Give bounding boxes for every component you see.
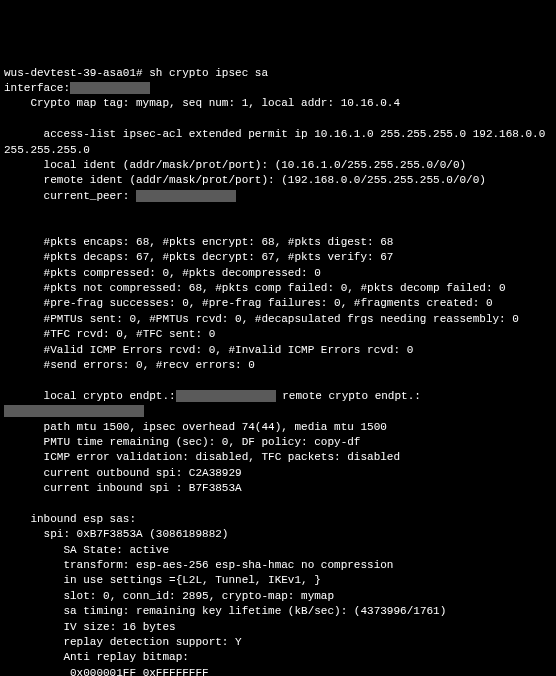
in-transform: transform: esp-aes-256 esp-sha-hmac no c… [4, 559, 393, 571]
pre-frag-line: #pre-frag successes: 0, #pre-frag failur… [4, 297, 492, 309]
redacted-remote-endpt [4, 405, 144, 417]
prompt-hostname: wus-devtest-39-asa01# [4, 67, 143, 79]
valid-icmp-line: #Valid ICMP Errors rcvd: 0, #Invalid ICM… [4, 344, 413, 356]
in-iv: IV size: 16 bytes [4, 621, 176, 633]
in-replay: replay detection support: Y [4, 636, 242, 648]
terminal-output: wus-devtest-39-asa01# sh crypto ipsec sa… [4, 66, 552, 676]
pkts-encaps-line: #pkts encaps: 68, #pkts encrypt: 68, #pk… [4, 236, 393, 248]
in-sa-timing: sa timing: remaining key lifetime (kB/se… [4, 605, 446, 617]
in-settings: in use settings ={L2L, Tunnel, IKEv1, } [4, 574, 321, 586]
in-slot: slot: 0, conn_id: 2895, crypto-map: myma… [4, 590, 334, 602]
in-sa-state: SA State: active [4, 544, 169, 556]
icmp-error-line: ICMP error validation: disabled, TFC pac… [4, 451, 400, 463]
tfc-line: #TFC rcvd: 0, #TFC sent: 0 [4, 328, 215, 340]
pkts-not-compressed-line: #pkts not compressed: 68, #pkts comp fai… [4, 282, 506, 294]
inbound-spi-line: spi: 0xB7F3853A (3086189882) [4, 528, 228, 540]
remote-crypto-label: remote crypto endpt.: [276, 390, 421, 402]
local-crypto-label: local crypto endpt.: [4, 390, 176, 402]
interface-label: interface: [4, 82, 70, 94]
redacted-peer [136, 190, 236, 202]
inbound-header: inbound esp sas: [4, 513, 136, 525]
local-ident-line: local ident (addr/mask/prot/port): (10.1… [4, 159, 466, 171]
current-outbound-line: current outbound spi: C2A38929 [4, 467, 242, 479]
path-mtu-line: path mtu 1500, ipsec overhead 74(44), me… [4, 421, 387, 433]
in-bitmap: 0x000001FF 0xFFFFFFFF [4, 667, 209, 676]
pkts-compressed-line: #pkts compressed: 0, #pkts decompressed:… [4, 267, 321, 279]
redacted-interface [70, 82, 150, 94]
send-errors-line: #send errors: 0, #recv errors: 0 [4, 359, 255, 371]
access-list-line: access-list ipsec-acl extended permit ip… [4, 128, 552, 155]
current-peer-label: current_peer: [4, 190, 129, 202]
pmtus-line: #PMTUs sent: 0, #PMTUs rcvd: 0, #decapsu… [4, 313, 519, 325]
pkts-decaps-line: #pkts decaps: 67, #pkts decrypt: 67, #pk… [4, 251, 393, 263]
crypto-map-line: Crypto map tag: mymap, seq num: 1, local… [4, 97, 400, 109]
redacted-local-endpt [176, 390, 276, 402]
current-inbound-line: current inbound spi : B7F3853A [4, 482, 242, 494]
pmtu-time-line: PMTU time remaining (sec): 0, DF policy:… [4, 436, 360, 448]
remote-ident-line: remote ident (addr/mask/prot/port): (192… [4, 174, 486, 186]
command-text: sh crypto ipsec sa [149, 67, 268, 79]
in-anti-replay: Anti replay bitmap: [4, 651, 189, 663]
